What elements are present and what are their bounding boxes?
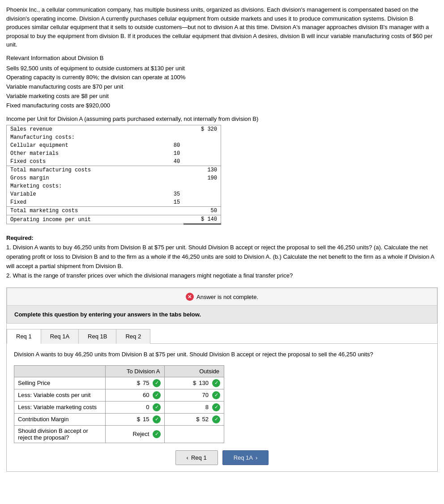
req-table-header-2: Outside (165, 365, 224, 377)
req-table: To Division A Outside Selling Price$75✓$… (14, 365, 224, 443)
tab-content: Division A wants to buy 46,250 units fro… (7, 344, 437, 471)
income-val2-1 (146, 133, 184, 141)
income-val3-8 (184, 190, 221, 198)
income-val3-3 (184, 149, 221, 158)
required-item-1: 2. What is the range of transfer prices … (6, 271, 438, 281)
check-icon-outside-2: ✓ (212, 403, 220, 411)
req-row-diva-4: Reject✓ (105, 425, 165, 443)
req-row-label-1: Less: Variable costs per unit (14, 389, 106, 401)
income-val3-6: 190 (184, 174, 221, 182)
income-val2-11 (146, 215, 184, 224)
check-icon-diva-4: ✓ (153, 430, 161, 438)
income-val2-7 (146, 182, 184, 190)
required-section: Required: 1. Division A wants to buy 46,… (6, 234, 438, 280)
next-arrow-icon: › (256, 454, 257, 461)
income-row-4: Fixed costs 40 (7, 158, 221, 166)
income-row-2: Cellular equipment 80 (7, 141, 221, 149)
income-val3-9 (184, 198, 221, 207)
tab-question: Division A wants to buy 46,250 units fro… (14, 350, 430, 359)
income-val3-2 (184, 141, 221, 149)
income-val2-0 (146, 125, 184, 134)
req-table-row-2: Less: Variable marketing costs0✓8✓ (14, 401, 224, 413)
income-val3-5: 130 (184, 166, 221, 175)
check-icon-diva-1: ✓ (153, 391, 161, 399)
check-icon-diva-2: ✓ (153, 403, 161, 411)
relevant-info-list: Sells 92,500 units of equipment to outsi… (6, 64, 438, 111)
req-table-row-1: Less: Variable costs per unit60✓70✓ (14, 389, 224, 401)
income-label-10: Total marketing costs (7, 207, 146, 215)
complete-banner-text: Complete this question by entering your … (14, 311, 201, 318)
req-row-label-3: Contribution Margin (14, 413, 106, 425)
income-row-0: Sales revenue $ 320 (7, 125, 221, 134)
required-item-0: 1. Division A wants to buy 46,250 units … (6, 243, 438, 271)
income-val2-2: 80 (146, 141, 184, 149)
req-row-label-4: Should division B accept or reject the p… (14, 425, 106, 443)
check-icon-outside-3: ✓ (212, 415, 220, 423)
prev-button-label: Req 1 (191, 454, 207, 461)
tab-req1b[interactable]: Req 1B (78, 329, 116, 344)
info-item-1: Operating capacity is currently 80%; the… (6, 73, 438, 82)
req-row-outside-0: $130✓ (165, 377, 224, 389)
income-val2-9: 15 (146, 198, 184, 207)
info-item-4: Fixed manufacturing costs are $920,000 (6, 101, 438, 111)
income-label-4: Fixed costs (7, 158, 146, 166)
income-label-9: Fixed (7, 198, 146, 207)
income-row-10: Total marketing costs 50 (7, 207, 221, 215)
income-row-11: Operating income per unit $ 140 (7, 215, 221, 224)
income-val2-6 (146, 174, 184, 182)
info-item-2: Variable manufacturing costs are $70 per… (6, 82, 438, 92)
prev-button[interactable]: ‹ Req 1 (175, 450, 218, 465)
req-row-outside-2: 8✓ (165, 401, 224, 413)
income-row-5: Total manufacturing costs 130 (7, 166, 221, 175)
intro-paragraph: Phoenix Inc., a cellular communication c… (6, 5, 438, 49)
req-row-label-0: Selling Price (14, 377, 106, 389)
tabs-row: Req 1 Req 1A Req 1B Req 2 (7, 329, 437, 344)
income-label: Income per Unit for Division A (assuming… (6, 115, 438, 122)
req-row-diva-2: 0✓ (105, 401, 165, 413)
income-label-8: Variable (7, 190, 146, 198)
required-label: Required: (6, 234, 438, 243)
req-row-outside-4 (165, 425, 224, 443)
req-table-header-0 (14, 365, 106, 377)
income-val3-1 (184, 133, 221, 141)
tab-req1[interactable]: Req 1 (7, 329, 41, 344)
income-val2-4: 40 (146, 158, 184, 166)
next-button-label: Req 1A (234, 454, 253, 461)
req-row-outside-3: $52✓ (165, 413, 224, 425)
income-label-7: Marketing costs: (7, 182, 146, 190)
check-icon-outside-1: ✓ (212, 391, 220, 399)
info-item-0: Sells 92,500 units of equipment to outsi… (6, 64, 438, 73)
complete-banner: Complete this question by entering your … (7, 306, 437, 324)
req-row-label-2: Less: Variable marketing costs (14, 401, 106, 413)
income-row-9: Fixed 15 (7, 198, 221, 207)
income-val3-11: $ 140 (184, 215, 221, 224)
income-row-7: Marketing costs: (7, 182, 221, 190)
income-val2-10 (146, 207, 184, 215)
answer-banner: ✕ Answer is not complete. (7, 288, 437, 306)
income-label-0: Sales revenue (7, 125, 146, 134)
income-label-1: Manufacturing costs: (7, 133, 146, 141)
answer-box: ✕ Answer is not complete. Complete this … (6, 287, 438, 472)
income-label-5: Total manufacturing costs (7, 166, 146, 175)
income-val3-0: $ 320 (184, 125, 221, 134)
tab-req2[interactable]: Req 2 (116, 329, 150, 344)
req-row-diva-1: 60✓ (105, 389, 165, 401)
check-icon-diva-3: ✓ (153, 415, 161, 423)
income-val2-3: 10 (146, 149, 184, 158)
income-table: Sales revenue $ 320 Manufacturing costs:… (6, 125, 221, 225)
prev-arrow-icon: ‹ (187, 454, 188, 461)
check-icon-diva-0: ✓ (153, 379, 161, 387)
income-row-6: Gross margin 190 (7, 174, 221, 182)
next-button[interactable]: Req 1A › (222, 450, 269, 465)
income-val2-8: 35 (146, 190, 184, 198)
req-table-header-1: To Division A (105, 365, 165, 377)
income-val2-5 (146, 166, 184, 175)
info-item-3: Variable marketing costs are $8 per unit (6, 92, 438, 101)
req-table-header-row: To Division A Outside (14, 365, 224, 377)
income-row-3: Other materials 10 (7, 149, 221, 158)
tab-req1a[interactable]: Req 1A (41, 329, 79, 344)
nav-buttons: ‹ Req 1 Req 1A › (14, 450, 430, 465)
income-label-2: Cellular equipment (7, 141, 146, 149)
income-label-3: Other materials (7, 149, 146, 158)
x-icon: ✕ (186, 293, 194, 301)
